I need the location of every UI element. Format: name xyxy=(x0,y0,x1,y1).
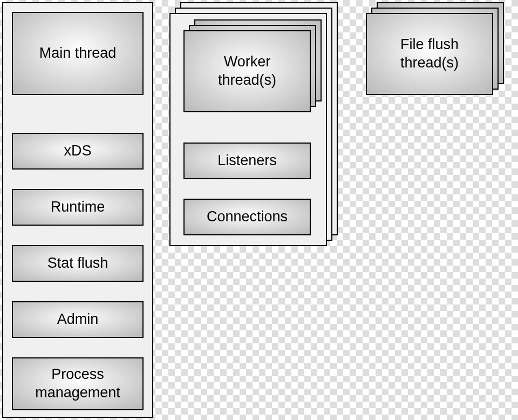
process-management-box: Processmanagement xyxy=(12,357,144,410)
stat-flush-box: Stat flush xyxy=(12,245,144,282)
main-thread-container: Main thread xDS Runtime Stat flush Admin… xyxy=(2,2,153,418)
listeners-box: Listeners xyxy=(183,143,311,179)
admin-box: Admin xyxy=(12,301,144,338)
worker-thread-box: Workerthread(s) xyxy=(183,30,311,112)
file-flush-box: File flushthread(s) xyxy=(366,13,493,95)
xds-box: xDS xyxy=(12,133,144,170)
worker-thread-container: Workerthread(s) Listeners Connections xyxy=(169,13,327,246)
main-thread-box: Main thread xyxy=(12,12,144,95)
runtime-box: Runtime xyxy=(12,189,144,226)
connections-box: Connections xyxy=(183,199,311,235)
